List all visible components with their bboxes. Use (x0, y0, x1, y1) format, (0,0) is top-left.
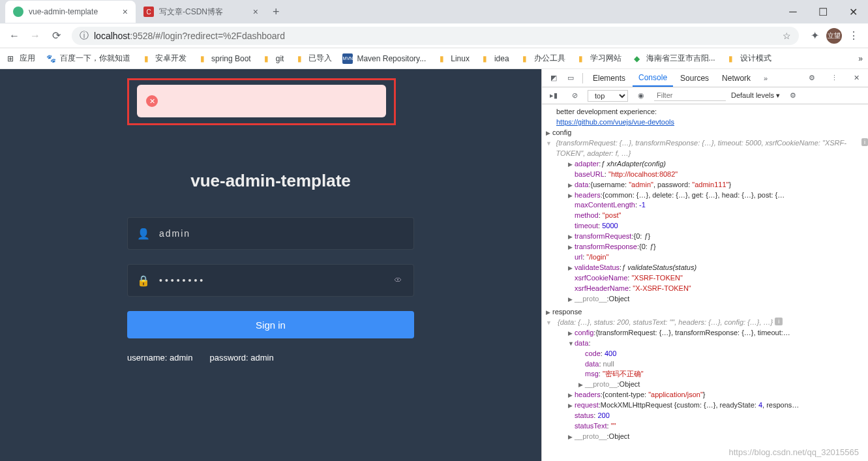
context-select[interactable]: top (588, 90, 628, 102)
log-levels[interactable]: Default levels ▾ (731, 91, 780, 100)
bookmark-apps[interactable]: ⊞应用 (5, 53, 35, 64)
tab-network[interactable]: Network (716, 69, 756, 87)
bookmark-hainan[interactable]: ◆海南省三亚市吉阳... (632, 53, 715, 64)
expand-icon[interactable] (568, 180, 575, 190)
expand-icon[interactable] (568, 338, 575, 349)
username-input[interactable] (159, 228, 404, 239)
error-icon: ✕ (146, 95, 158, 107)
expand-icon[interactable] (568, 231, 575, 242)
password-input[interactable] (159, 275, 385, 286)
tab-vue-admin[interactable]: vue-admin-template × (5, 1, 136, 23)
bookmark-imported[interactable]: ▮已导入 (294, 53, 332, 64)
star-icon[interactable]: ☆ (783, 31, 791, 41)
tabs-row: vue-admin-template × C 写文章-CSDN博客 × + ─ … (0, 0, 868, 23)
devtools-tabs: ◩ ▭ Elements Console Sources Network » ⚙… (542, 69, 868, 87)
error-toast: ✕ (137, 85, 386, 117)
response-preview: {data: {…}, status: 200, statusText: "",… (558, 318, 773, 328)
settings-icon[interactable]: ⚙ (804, 74, 820, 82)
map-icon: ◆ (632, 53, 642, 64)
kebab-icon[interactable]: ⋮ (826, 74, 842, 82)
baidu-icon: 🐾 (46, 53, 56, 64)
expand-icon[interactable] (568, 294, 575, 305)
bookmark-maven[interactable]: MVNMaven Repository... (342, 53, 426, 64)
site-info-icon[interactable]: ⓘ (80, 30, 89, 42)
folder-icon: ▮ (480, 53, 490, 64)
bookmark-office[interactable]: ▮办公工具 (520, 53, 565, 64)
new-tab-button[interactable]: + (266, 5, 286, 19)
forward-button[interactable]: → (26, 27, 44, 45)
console-body[interactable]: better development experience: https://g… (542, 104, 868, 461)
expand-icon[interactable] (568, 390, 575, 400)
clear-console-icon[interactable]: ⊘ (567, 91, 582, 100)
favicon-icon (13, 7, 23, 17)
tab-elements[interactable]: Elements (587, 69, 631, 87)
username-field[interactable]: 👤 (127, 217, 414, 250)
console-toolbar: ▸▮ ⊘ top ◉ Default levels ▾ ⚙ (542, 87, 868, 104)
window-controls: ─ ☐ ✕ (778, 1, 868, 22)
console-settings-icon[interactable]: ⚙ (785, 91, 801, 100)
folder-icon: ▮ (294, 53, 305, 64)
bookmark-idea[interactable]: ▮idea (480, 53, 509, 64)
menu-button[interactable]: ⋮ (845, 27, 863, 45)
sidebar-toggle-icon[interactable]: ▸▮ (546, 91, 561, 100)
devtools-panel: ◩ ▭ Elements Console Sources Network » ⚙… (541, 69, 868, 461)
bookmark-linux[interactable]: ▮Linux (436, 53, 470, 64)
info-icon[interactable]: i (775, 318, 783, 325)
log-config-label: config (552, 128, 571, 138)
login-hints: username: admin password: admin (127, 353, 414, 363)
device-icon[interactable]: ▭ (563, 74, 578, 82)
bookmark-git[interactable]: ▮git (262, 53, 284, 64)
close-devtools-icon[interactable]: ✕ (848, 74, 864, 82)
log-link[interactable]: https://github.com/vuejs/vue-devtools (556, 118, 674, 126)
eye-icon[interactable]: ◉ (633, 91, 649, 100)
expand-icon[interactable] (546, 318, 552, 328)
minimize-button[interactable]: ─ (778, 1, 808, 22)
profile-avatar[interactable]: 立望 (826, 28, 842, 44)
expand-icon[interactable] (568, 263, 575, 273)
expand-icon[interactable] (546, 138, 552, 159)
expand-icon[interactable] (568, 242, 575, 252)
close-window-button[interactable]: ✕ (838, 1, 868, 22)
tab-console[interactable]: Console (633, 69, 673, 87)
bookmark-study[interactable]: ▮学习网站 (576, 53, 621, 64)
address-bar[interactable]: ⓘ localhost:9528/#/login?redirect=%2Fdas… (72, 27, 799, 45)
inspect-icon[interactable]: ◩ (546, 74, 561, 82)
bookmarks-bar: ⊞应用 🐾百度一下，你就知道 ▮安卓开发 ▮spring Boot ▮git ▮… (0, 48, 868, 69)
info-icon[interactable]: i (861, 138, 868, 146)
lock-icon: 🔒 (137, 275, 150, 287)
folder-icon: ▮ (141, 53, 151, 64)
mvn-icon: MVN (342, 53, 353, 64)
more-tabs-icon[interactable]: » (758, 74, 773, 82)
back-button[interactable]: ← (5, 27, 23, 45)
close-icon[interactable]: × (123, 7, 128, 17)
folder-icon: ▮ (520, 53, 530, 64)
expand-icon[interactable] (546, 307, 552, 318)
bookmarks-overflow[interactable]: » (858, 54, 863, 63)
filter-input[interactable] (654, 90, 726, 101)
signin-button[interactable]: Sign in (127, 311, 414, 338)
favicon-icon: C (143, 7, 154, 17)
bookmark-design[interactable]: ▮设计模式 (726, 53, 771, 64)
folder-icon: ▮ (197, 53, 207, 64)
expand-icon[interactable] (568, 432, 575, 442)
expand-icon[interactable] (578, 379, 585, 390)
expand-icon[interactable] (568, 159, 575, 170)
content-area: ✕ vue-admin-template 👤 🔒 ᯣ Sign in usern… (0, 69, 868, 461)
reload-button[interactable]: ⟳ (47, 27, 65, 45)
expand-icon[interactable] (568, 190, 575, 201)
bookmark-baidu[interactable]: 🐾百度一下，你就知道 (46, 53, 130, 64)
maximize-button[interactable]: ☐ (808, 1, 838, 22)
apps-icon: ⊞ (5, 53, 16, 64)
eye-icon[interactable]: ᯣ (394, 275, 404, 286)
expand-icon[interactable] (546, 128, 552, 138)
tab-sources[interactable]: Sources (674, 69, 715, 87)
expand-icon[interactable] (568, 400, 575, 411)
bookmark-android[interactable]: ▮安卓开发 (141, 53, 187, 64)
close-icon[interactable]: × (253, 7, 258, 17)
tab-csdn[interactable]: C 写文章-CSDN博客 × (136, 1, 266, 23)
extensions-button[interactable]: ✦ (805, 27, 824, 45)
bookmark-spring[interactable]: ▮spring Boot (197, 53, 251, 64)
expand-icon[interactable] (568, 328, 575, 338)
folder-icon: ▮ (262, 53, 272, 64)
password-field[interactable]: 🔒 ᯣ (127, 264, 414, 297)
